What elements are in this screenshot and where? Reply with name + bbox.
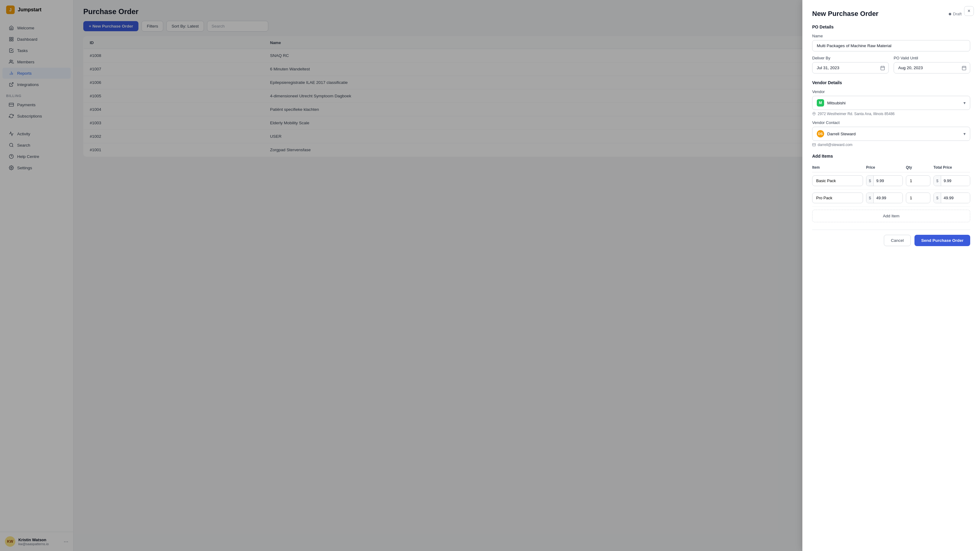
- modal-title: New Purchase Order: [812, 10, 970, 18]
- item-price-group: $: [866, 175, 903, 186]
- item-name-input[interactable]: [812, 192, 863, 203]
- po-name-input[interactable]: [812, 40, 970, 51]
- calendar-icon: [880, 65, 885, 70]
- calendar-icon-2: [962, 65, 967, 70]
- contact-email: darrell@steward.com: [812, 143, 970, 147]
- deliver-by-label: Deliver By: [812, 56, 889, 60]
- po-valid-until-field-group: PO Valid Until: [894, 56, 970, 73]
- send-purchase-order-button[interactable]: Send Purchase Order: [915, 235, 970, 246]
- vendor-dropdown[interactable]: M Mitsubishi ▾: [812, 96, 970, 110]
- total-currency-symbol: $: [934, 176, 941, 186]
- contact-badge: DS: [817, 130, 824, 137]
- vendor-contact-field-group: Vendor Contact DS Darrell Steward ▾ darr…: [812, 120, 970, 147]
- item-qty-input[interactable]: [906, 175, 931, 186]
- vendor-details-section-title: Vendor Details: [812, 80, 970, 85]
- vendor-address: 2972 Westheimer Rd. Santa Ana, Illinois …: [812, 112, 970, 116]
- item-total-input[interactable]: [941, 193, 970, 203]
- vendor-contact-dropdown[interactable]: DS Darrell Steward ▾: [812, 127, 970, 141]
- currency-symbol: $: [866, 193, 874, 203]
- modal-close-button[interactable]: ×: [964, 6, 974, 16]
- modal-footer: Cancel Send Purchase Order: [812, 230, 970, 246]
- total-price-col-header: Total Price: [934, 165, 970, 170]
- po-valid-until-input[interactable]: [894, 62, 970, 73]
- items-table-header: Item Price Qty Total Price: [812, 163, 970, 172]
- item-qty-input[interactable]: [906, 192, 931, 203]
- item-price-group: $: [866, 192, 903, 203]
- vendor-label: Vendor: [812, 89, 970, 94]
- po-valid-until-date-field: [894, 62, 970, 73]
- deliver-by-input[interactable]: [812, 62, 889, 73]
- item-name-input[interactable]: [812, 175, 863, 186]
- svg-rect-20: [962, 66, 966, 70]
- name-field-group: Name: [812, 34, 970, 51]
- item-total-group: $: [934, 175, 970, 186]
- currency-symbol: $: [866, 176, 874, 186]
- new-purchase-order-modal: × New Purchase Order Draft PO Details Na…: [802, 0, 980, 551]
- price-col-header: Price: [866, 165, 903, 170]
- modal-header: New Purchase Order Draft: [812, 10, 970, 18]
- deliver-by-date-field: [812, 62, 889, 73]
- vendor-field-group: Vendor M Mitsubishi ▾ 2972 Westheimer Rd…: [812, 89, 970, 116]
- item-price-input[interactable]: [874, 176, 902, 186]
- po-valid-until-label: PO Valid Until: [894, 56, 970, 60]
- name-label: Name: [812, 34, 970, 38]
- items-list: $ $ $ $: [812, 172, 970, 206]
- item-price-input[interactable]: [874, 193, 902, 203]
- item-col-header: Item: [812, 165, 863, 170]
- item-total-group: $: [934, 192, 970, 203]
- status-dot: [949, 13, 951, 15]
- modal-overlay: × New Purchase Order Draft PO Details Na…: [0, 0, 980, 551]
- qty-col-header: Qty: [906, 165, 931, 170]
- vendor-name: Mitsubishi: [827, 101, 960, 105]
- item-row: $ $: [812, 172, 970, 189]
- vendor-contact-label: Vendor Contact: [812, 120, 970, 125]
- chevron-down-icon: ▾: [964, 100, 966, 105]
- chevron-down-icon-2: ▾: [964, 131, 966, 136]
- add-items-section-title: Add Items: [812, 154, 970, 159]
- item-total-input[interactable]: [941, 176, 970, 186]
- item-row: $ $: [812, 189, 970, 206]
- contact-email-text: darrell@steward.com: [818, 143, 853, 147]
- svg-rect-16: [881, 66, 885, 70]
- po-details-section-title: PO Details: [812, 24, 970, 29]
- add-item-button[interactable]: Add Item: [812, 210, 970, 222]
- status-label: Draft: [953, 12, 962, 16]
- modal-status: Draft: [949, 12, 962, 16]
- cancel-button[interactable]: Cancel: [884, 235, 911, 246]
- contact-name: Darrell Steward: [827, 132, 960, 136]
- vendor-badge: M: [817, 99, 824, 106]
- vendor-address-text: 2972 Westheimer Rd. Santa Ana, Illinois …: [818, 112, 894, 116]
- svg-point-24: [814, 113, 815, 114]
- deliver-by-field-group: Deliver By: [812, 56, 889, 73]
- date-row: Deliver By PO Valid Until: [812, 56, 970, 73]
- total-currency-symbol: $: [934, 193, 941, 203]
